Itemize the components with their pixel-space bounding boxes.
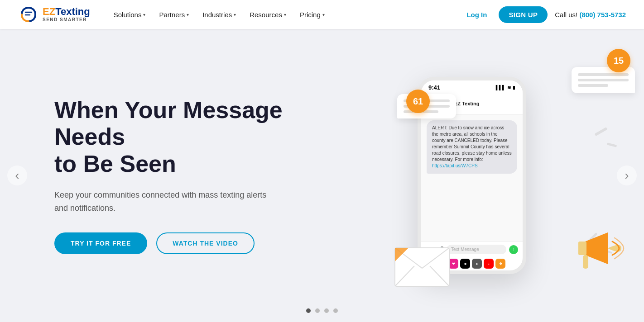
logo-tagline: SEND SMARTER	[43, 18, 90, 22]
login-button[interactable]: Log In	[462, 8, 491, 21]
chevron-down-icon: ▾	[143, 12, 145, 17]
sms-bubble: ALERT: Due to snow and ice across the me…	[427, 120, 517, 174]
nav-industries[interactable]: Industries ▾	[197, 8, 241, 21]
carousel-dot-4[interactable]	[333, 308, 338, 313]
phone-status-bar: 9:41 ▌▌▌ ≋ ▮	[421, 80, 523, 93]
nav-right: Log In SIGN UP Call us! (800) 753-5732	[462, 6, 626, 23]
svg-rect-6	[583, 255, 588, 269]
carousel-dot-1[interactable]	[306, 308, 311, 313]
call-us: Call us! (800) 753-5732	[555, 11, 626, 19]
try-free-button[interactable]: TRY IT FOR FREE	[54, 232, 147, 254]
chevron-down-icon: ▾	[187, 12, 189, 17]
carousel-prev-button[interactable]: ‹	[7, 166, 27, 185]
carousel-dot-2[interactable]	[315, 308, 320, 313]
watch-video-button[interactable]: WATCH THE VIDEO	[156, 232, 255, 254]
logo-ez: EZ	[43, 6, 55, 17]
app-icon-5: ●	[472, 259, 482, 269]
deco-line-2	[607, 142, 617, 147]
nav-resources[interactable]: Resources ▾	[244, 8, 292, 21]
phone-time: 9:41	[428, 84, 440, 91]
hero-heading: When Your Message Needs to Be Seen	[54, 97, 308, 178]
hero-illustration: 61 15 9:41 ▌▌▌	[327, 40, 644, 311]
hero-buttons: TRY IT FOR FREE WATCH THE VIDEO	[54, 232, 308, 254]
app-icon-6: ♪	[484, 259, 494, 269]
hero-subtext: Keep your communities connected with mas…	[54, 189, 272, 215]
chevron-down-icon: ▾	[284, 12, 286, 17]
navbar: EZTexting SEND SMARTER Solutions ▾ Partn…	[0, 0, 644, 29]
chevron-down-icon: ▾	[234, 12, 236, 17]
envelope	[393, 239, 452, 293]
phone-contact: EZ Texting	[454, 101, 479, 106]
phone-body: ALERT: Due to snow and ice across the me…	[421, 115, 523, 242]
hero-section: When Your Message Needs to Be Seen Keep …	[0, 29, 644, 322]
megaphone	[572, 219, 626, 284]
badge-15: 15	[607, 49, 630, 72]
app-icon-7: ❖	[495, 259, 505, 269]
carousel-next-button[interactable]: ›	[617, 166, 637, 185]
phone-icons: ▌▌▌ ≋ ▮	[496, 85, 515, 90]
badge-61: 61	[406, 90, 430, 113]
deco-line-1	[595, 127, 608, 136]
phone-number[interactable]: (800) 753-5732	[579, 11, 626, 19]
carousel-dots	[306, 308, 338, 313]
logo[interactable]: EZTexting SEND SMARTER	[18, 4, 90, 25]
signup-button[interactable]: SIGN UP	[499, 6, 548, 23]
logo-texting: Texting	[55, 6, 90, 17]
svg-rect-5	[578, 242, 586, 255]
nav-links: Solutions ▾ Partners ▾ Industries ▾ Reso…	[108, 8, 462, 21]
hero-left: When Your Message Needs to Be Seen Keep …	[0, 70, 308, 282]
chat-bubble-right	[572, 67, 635, 93]
nav-partners[interactable]: Partners ▾	[154, 8, 194, 21]
phone-text-input[interactable]: Text Message	[447, 245, 506, 254]
app-icon-4: ⎈	[460, 259, 470, 269]
nav-pricing[interactable]: Pricing ▾	[294, 8, 330, 21]
nav-solutions[interactable]: Solutions ▾	[108, 8, 151, 21]
sms-link[interactable]: https://tapit.us/W7CPS	[432, 163, 478, 168]
send-button[interactable]: ↑	[509, 245, 518, 254]
carousel-dot-3[interactable]	[324, 308, 329, 313]
chevron-down-icon: ▾	[322, 12, 325, 17]
